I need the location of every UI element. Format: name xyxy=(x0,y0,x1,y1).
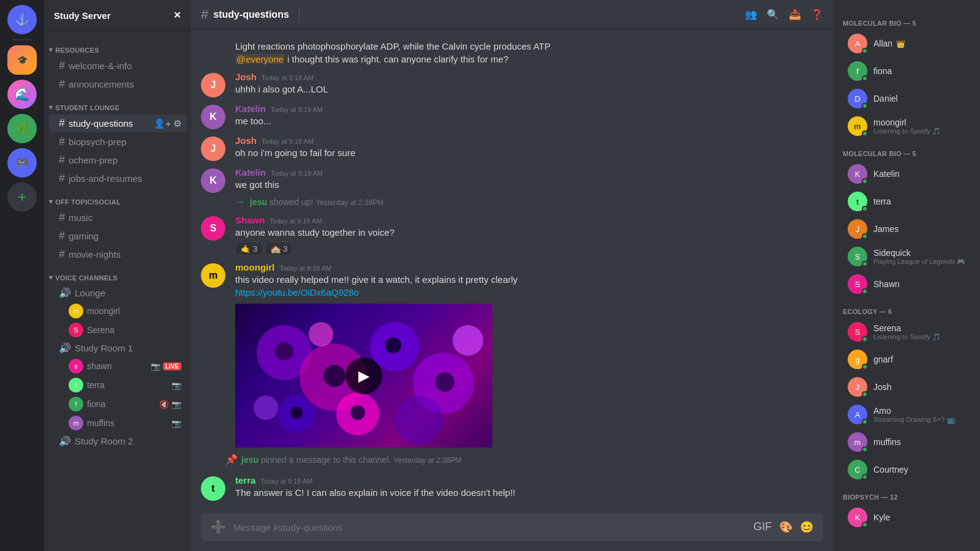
member-item-gnarf[interactable]: g gnarf xyxy=(838,346,975,373)
reaction-button[interactable]: 🤙 3 xyxy=(235,242,263,256)
member-item-kyle[interactable]: K Kyle xyxy=(838,504,975,531)
search-icon[interactable]: 🔍 xyxy=(767,9,779,20)
voice-user-serena[interactable]: S Serena xyxy=(49,321,186,339)
message-input[interactable] xyxy=(233,522,746,533)
status-indicator xyxy=(862,288,868,294)
member-item-muffins[interactable]: m muffins xyxy=(838,429,975,455)
message-content: terra Today at 9:18 AM The answer is C! … xyxy=(235,475,823,501)
channel-ochem-prep[interactable]: # ochem-prep xyxy=(49,151,186,169)
member-item-daniel[interactable]: D Daniel xyxy=(838,85,975,112)
member-item-james[interactable]: J James xyxy=(838,216,975,242)
inbox-icon[interactable]: 📥 xyxy=(789,9,801,20)
member-item-katelin[interactable]: K Katelin xyxy=(838,160,975,187)
voice-user-name: moongirl xyxy=(87,306,181,316)
member-item-terra[interactable]: t terra xyxy=(838,188,975,215)
message-author[interactable]: Josh xyxy=(235,72,257,82)
message-author[interactable]: Josh xyxy=(235,135,257,146)
members-category: MOLECULAR BIO — 5 xyxy=(833,140,980,160)
category-resources[interactable]: ▾ Resources xyxy=(44,36,191,56)
member-item-josh[interactable]: J Josh xyxy=(838,373,975,400)
sticker-icon[interactable]: 🎨 xyxy=(779,520,793,534)
message-author[interactable]: Katelin xyxy=(235,103,266,114)
member-item-sidequick[interactable]: S Sidequick Playing League of Legends 🎮 xyxy=(838,243,975,270)
channel-gaming[interactable]: # gaming xyxy=(49,227,186,245)
members-icon[interactable]: 👥 xyxy=(745,9,757,20)
member-item-amo[interactable]: A Amo Streaming Drawing S+? 📺 xyxy=(838,401,975,428)
status-indicator xyxy=(862,206,868,212)
member-item-shawn[interactable]: S Shawn xyxy=(838,271,975,298)
message: K Katelin Today at 9:18 AM me too... xyxy=(191,99,833,130)
member-status: Playing League of Legends 🎮 xyxy=(873,258,970,266)
channel-welcome[interactable]: # welcome-&-info xyxy=(49,57,186,75)
hash-icon: # xyxy=(59,154,65,167)
reaction-count: 3 xyxy=(253,244,257,253)
channel-biopsych-prep[interactable]: # biopsych-prep xyxy=(49,133,186,151)
voice-user-terra[interactable]: t terra 📷 xyxy=(49,376,186,394)
voice-channel-lounge[interactable]: 🔊 Lounge xyxy=(49,285,186,301)
server-icon-home[interactable]: ⚓ xyxy=(7,5,37,34)
speaker-icon: 🔊 xyxy=(59,435,71,447)
svg-point-6 xyxy=(453,325,483,356)
channel-announcements[interactable]: # announcements xyxy=(49,75,186,93)
avatar: J xyxy=(201,137,225,161)
member-info: Courtney xyxy=(873,465,970,474)
system-text: jesu showed up! Yesterday at 2:38PM xyxy=(250,197,383,207)
pinned-user: jesu xyxy=(241,455,258,465)
channel-movie-nights[interactable]: # movie-nights xyxy=(49,246,186,263)
avatar: K xyxy=(201,168,225,193)
camera-icon: 📷 xyxy=(172,381,181,390)
member-info: fiona xyxy=(873,66,970,76)
voice-user-name: shawn xyxy=(87,361,147,371)
message-author[interactable]: Shawn xyxy=(235,215,265,225)
help-icon[interactable]: ❓ xyxy=(811,9,823,20)
channel-jobs-and-resumes[interactable]: # jobs-and-resumes xyxy=(49,170,186,187)
server-icon-3[interactable]: 🌿 xyxy=(7,114,37,143)
server-header[interactable]: Study Server ✕ xyxy=(44,0,191,31)
emoji-icon[interactable]: 😊 xyxy=(800,520,813,534)
member-item-courtney[interactable]: C Courtney xyxy=(838,456,975,483)
message-author[interactable]: Katelin xyxy=(235,167,266,178)
add-file-icon[interactable]: ➕ xyxy=(211,520,226,534)
avatar: S xyxy=(201,216,225,241)
divider xyxy=(299,7,300,22)
video-embed[interactable]: ▶ xyxy=(235,304,492,448)
voice-user-moongirl[interactable]: m moongirl xyxy=(49,302,186,320)
category-student-lounge[interactable]: ▾ Student Lounge xyxy=(44,94,191,114)
category-voice[interactable]: ▾ Voice Channels xyxy=(44,264,191,284)
server-icon-1[interactable]: 🎓 xyxy=(7,45,37,75)
add-server-button[interactable]: + xyxy=(7,182,37,212)
mention: @everyone xyxy=(235,54,285,64)
status-indicator xyxy=(862,103,868,109)
message: K Katelin Today at 9:18 AM we got this xyxy=(191,162,833,194)
message: Light reactions photophosphorylate ADP, … xyxy=(191,39,833,67)
voice-channel-study-room-2[interactable]: 🔊 Study Room 2 xyxy=(49,433,186,449)
voice-channel-study-room-1[interactable]: 🔊 Study Room 1 xyxy=(49,340,186,356)
member-item-moongirl[interactable]: m moongirl Listening to Spotify 🎵 xyxy=(838,113,975,140)
avatar: J xyxy=(201,73,225,97)
play-button[interactable]: ▶ xyxy=(345,358,382,394)
channel-music[interactable]: # music xyxy=(49,209,186,227)
member-item-allan[interactable]: A Allan 👑 xyxy=(838,30,975,57)
member-info: terra xyxy=(873,197,970,206)
server-icon-4[interactable]: 🎮 xyxy=(7,148,37,178)
message-content: Katelin Today at 9:18 AM we got this xyxy=(235,167,823,193)
message-author[interactable]: moongirl xyxy=(235,262,274,272)
category-off-topic[interactable]: ▾ Off Topic/Social xyxy=(44,188,191,208)
server-menu-icon[interactable]: ✕ xyxy=(173,10,181,21)
server-name: Study Server xyxy=(54,10,111,21)
message-author[interactable]: terra xyxy=(235,475,255,485)
gif-icon[interactable]: GIF xyxy=(753,520,772,534)
video-link[interactable]: https://youtu.be/OiDx6aQ928o xyxy=(235,287,359,298)
voice-user-shawn[interactable]: s shawn 📷 LIVE xyxy=(49,357,186,375)
add-user-icon[interactable]: 👤+ xyxy=(154,118,171,129)
member-item-serena[interactable]: S Serena Listening to Spotify 🎵 xyxy=(838,318,975,345)
channel-study-questions[interactable]: # study-questions 👤+ ⚙ xyxy=(49,114,186,132)
member-info: Kyle xyxy=(873,512,970,522)
hash-icon: # xyxy=(59,117,65,130)
member-item-fiona[interactable]: f fiona xyxy=(838,58,975,84)
gear-icon[interactable]: ⚙ xyxy=(173,118,181,129)
server-icon-2[interactable]: 🌊 xyxy=(7,80,37,109)
reaction-button[interactable]: 🏫 3 xyxy=(265,242,293,256)
voice-user-fiona[interactable]: f fiona 🔇 📷 xyxy=(49,395,186,413)
voice-user-muffins[interactable]: m muffins 📷 xyxy=(49,414,186,432)
